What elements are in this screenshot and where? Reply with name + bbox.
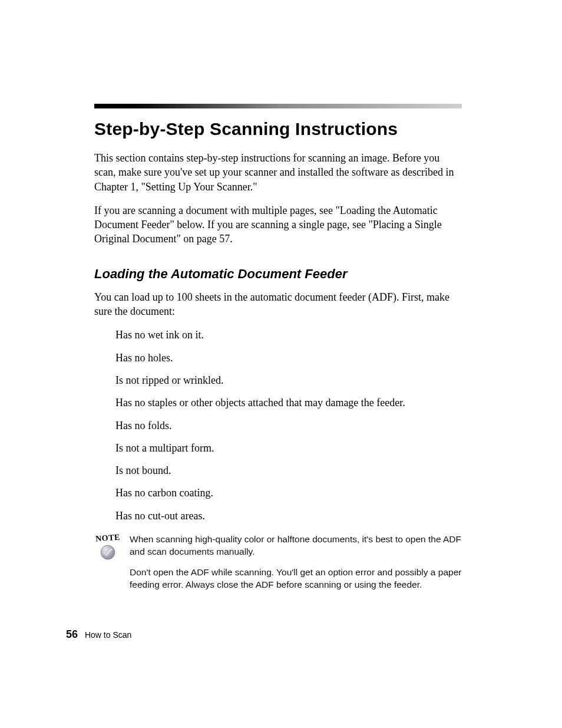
checklist-item: Is not a multipart form. bbox=[115, 441, 462, 455]
section-divider-rule bbox=[94, 104, 462, 108]
checklist-item: Is not bound. bbox=[115, 463, 462, 477]
svg-point-0 bbox=[101, 545, 115, 559]
checklist-item: Has no carbon coating. bbox=[115, 486, 462, 500]
intro-paragraph-1: This section contains step-by-step instr… bbox=[94, 151, 462, 194]
intro-paragraph-2: If you are scanning a document with mult… bbox=[94, 203, 462, 246]
subsection-title: Loading the Automatic Document Feeder bbox=[94, 266, 462, 282]
page-footer: 56 How to Scan bbox=[66, 628, 131, 641]
note-callout: NOTE When scanning high-quality color or… bbox=[94, 533, 462, 599]
checklist-item: Has no wet ink on it. bbox=[115, 328, 462, 342]
section-title: Step-by-Step Scanning Instructions bbox=[94, 119, 462, 139]
note-paragraph-2: Don't open the ADF while scanning. You'l… bbox=[130, 566, 462, 591]
checklist-item: Has no holes. bbox=[115, 351, 462, 365]
document-checklist: Has no wet ink on it. Has no holes. Is n… bbox=[115, 328, 462, 523]
checklist-item: Has no folds. bbox=[115, 419, 462, 433]
note-text: When scanning high-quality color or half… bbox=[130, 533, 462, 599]
note-label: NOTE bbox=[94, 532, 121, 543]
chapter-name: How to Scan bbox=[85, 630, 131, 640]
document-page: Step-by-Step Scanning Instructions This … bbox=[0, 0, 562, 728]
checklist-item: Has no cut-out areas. bbox=[115, 509, 462, 523]
note-icon: NOTE bbox=[94, 533, 121, 561]
page-number: 56 bbox=[66, 628, 78, 640]
checklist-item: Has no staples or other objects attached… bbox=[115, 396, 462, 410]
checkmark-badge-icon bbox=[100, 544, 116, 561]
subsection-intro: You can load up to 100 sheets in the aut… bbox=[94, 290, 462, 319]
note-paragraph-1: When scanning high-quality color or half… bbox=[130, 533, 462, 558]
checklist-item: Is not ripped or wrinkled. bbox=[115, 373, 462, 387]
